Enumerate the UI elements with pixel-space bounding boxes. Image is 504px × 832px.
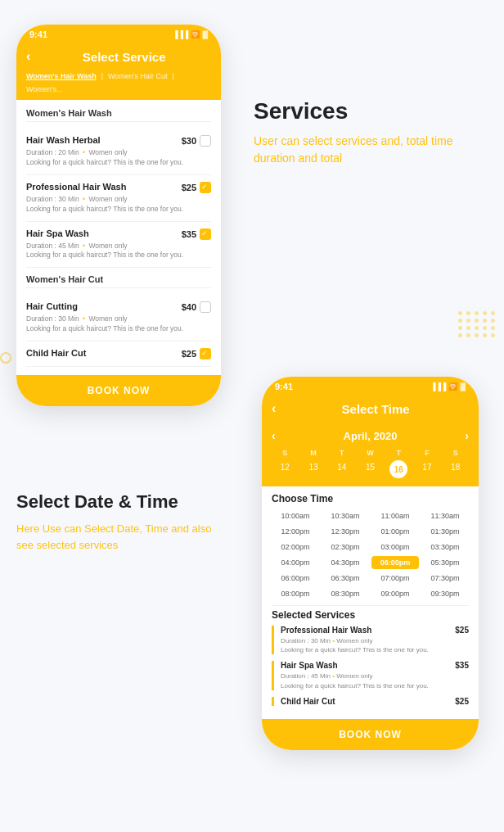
service-desc: Duration : 30 Min • Women onlyLooking fo… [26,314,211,334]
service-desc: Duration : 30 Min • Women onlyLooking fo… [26,195,211,215]
time-slot[interactable]: 11:30am [421,509,469,522]
time-slot[interactable]: 08:00pm [272,587,319,600]
time-slot[interactable]: 12:30pm [322,525,369,538]
time-slot[interactable]: 07:30pm [421,572,469,585]
service-price: $25 [182,349,196,359]
cal-day-15[interactable]: 15 [357,460,384,478]
calendar-nav: ‹ April, 2020 › [272,429,469,442]
back-arrow-icon-2[interactable]: ‹ [272,401,276,416]
cal-day-header-t: T [328,447,355,459]
circle-decoration [0,352,11,364]
cal-day-13[interactable]: 13 [300,460,327,478]
battery-icon-2: ▓ [460,382,466,391]
choose-time-label: Choose Time [272,493,469,504]
date-time-description-block: Select Date & Time Here Use can Select D… [16,491,229,553]
wifi-icon-2: 🛜 [448,382,457,391]
sel-service-desc: Duration : 30 Min • Women onlyLooking fo… [281,636,469,654]
time-slot[interactable]: 01:30pm [421,525,469,538]
service-desc: Duration : 45 Min • Women onlyLooking fo… [26,242,211,261]
sel-service-name: Child Hair Cut [281,697,335,706]
time-slot[interactable]: 12:00pm [272,525,319,538]
phone-header-2: ‹ Select Time [262,395,479,424]
service-checkbox-checked[interactable] [200,182,211,193]
cal-next-arrow[interactable]: › [465,429,469,442]
time-slot[interactable]: 04:30pm [322,556,369,569]
sel-service-name: Hair Spa Wash [281,661,338,670]
time-slot[interactable]: 07:00pm [371,572,419,585]
time-slot[interactable]: 02:30pm [322,540,369,554]
calendar-section: ‹ April, 2020 › S M T W T F S 12 13 14 1… [262,424,479,486]
time-section: Choose Time 10:00am 10:30am 11:00am 11:3… [262,486,479,719]
left-phone: 9:41 ▐▐▐ 🛜 ▓ ‹ Select Service Women's Ha… [16,25,221,406]
services-description-block: Services User can select services and, t… [254,98,475,167]
selected-service-professional-hair-wash: Professional Hair Wash $25 Duration : 30… [272,626,469,654]
breadcrumb-item-1[interactable]: Women's Hair Wash [26,72,97,80]
sel-service-price: $35 [455,661,469,670]
selected-service-hair-spa-wash: Hair Spa Wash $35 Duration : 45 Min • Wo… [272,661,469,690]
service-item-hair-cutting: Hair Cutting $40 Duration : 30 Min • Wom… [26,295,211,341]
date-time-heading: Select Date & Time [16,491,229,513]
service-item-hair-wash-herbal: Hair Wash Herbal $30 Duration : 20 Min •… [26,129,211,175]
selected-services-label: Selected Services [272,605,469,621]
phone-header: ‹ Select Service [16,43,221,72]
breadcrumb-item-3[interactable]: Women's... [26,85,63,93]
time-slot[interactable]: 11:00am [371,509,419,522]
time-slot[interactable]: 02:00pm [272,540,319,554]
service-name: Professional Hair Wash [26,182,126,192]
time-slot[interactable]: 03:00pm [371,540,419,554]
book-now-button[interactable]: BOOK NOW [16,375,221,406]
service-name: Child Hair Cut [26,348,86,358]
back-arrow-icon[interactable]: ‹ [26,49,30,64]
signal-icon: ▐▐▐ [173,30,188,38]
cal-day-18[interactable]: 18 [442,460,469,478]
cal-day-14[interactable]: 14 [328,460,355,478]
time-slot[interactable]: 09:30pm [421,587,469,600]
dots-decoration [458,311,496,337]
status-bar-2: 9:41 ▐▐▐ 🛜 ▓ [262,377,479,395]
sel-service-name: Professional Hair Wash [281,626,371,635]
time-slot[interactable]: 10:00am [272,509,319,522]
breadcrumb-separator-2: | [173,72,174,80]
time-slot[interactable]: 09:00pm [371,587,419,600]
book-now-button-2[interactable]: BOOK NOW [262,719,479,750]
cal-day-header-w: W [357,447,384,459]
cal-day-17[interactable]: 17 [414,460,441,478]
service-name: Hair Cutting [26,301,78,311]
status-bar: 9:41 ▐▐▐ 🛜 ▓ [16,25,221,43]
service-price: $25 [182,183,196,192]
time-slot[interactable]: 06:00pm [272,572,319,585]
status-time: 9:41 [29,29,47,39]
cal-prev-arrow[interactable]: ‹ [272,429,276,442]
time-slot[interactable]: 03:30pm [421,540,469,554]
service-price: $35 [182,229,196,239]
time-slot[interactable]: 08:30pm [322,587,369,600]
calendar-grid: S M T W T F S 12 13 14 15 16 17 18 [272,447,469,478]
section-womens-hair-wash: Women's Hair Wash [26,108,211,122]
time-slot[interactable]: 10:30am [322,509,369,522]
sel-service-price: $25 [455,697,469,706]
cal-day-header-s2: S [442,447,469,459]
signal-icon-2: ▐▐▐ [430,382,446,391]
time-slot[interactable]: 06:30pm [322,572,369,585]
screen-title-2: Select Time [282,402,469,416]
service-checkbox-checked[interactable] [200,228,211,240]
service-desc: Duration : 20 Min • Women onlyLooking fo… [26,148,211,168]
time-slot[interactable]: 04:00pm [272,556,319,569]
service-item-hair-spa-wash: Hair Spa Wash $35 Duration : 45 Min • Wo… [26,222,211,269]
service-name: Hair Spa Wash [26,228,89,238]
service-checkbox-checked[interactable] [200,348,211,359]
service-checkbox[interactable] [200,301,211,313]
time-grid: 10:00am 10:30am 11:00am 11:30am 12:00pm … [272,509,469,600]
time-slot-active[interactable]: 06:00pm [371,556,419,569]
sel-service-desc: Duration : 45 Min • Women onlyLooking fo… [281,671,469,690]
service-price: $40 [182,302,196,312]
selected-service-child-hair-cut: Child Hair Cut $25 [272,697,469,706]
time-slot[interactable]: 05:30pm [421,556,469,569]
cal-day-16-active[interactable]: 16 [385,460,412,478]
time-slot[interactable]: 01:00pm [371,525,419,538]
cal-day-12[interactable]: 12 [272,460,299,478]
screen-title: Select Service [37,50,211,64]
date-time-description: Here Use can Select Date, Time and also … [16,521,229,553]
breadcrumb-item-2[interactable]: Women's Hair Cut [108,72,168,80]
service-checkbox[interactable] [200,135,211,147]
